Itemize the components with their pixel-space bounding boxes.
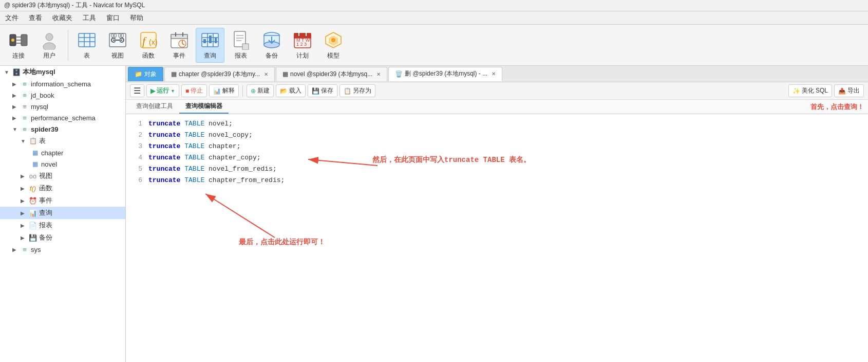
- backup-label: 备份: [266, 51, 278, 60]
- sidebar-item-mysql[interactable]: ▶ ≡ mysql: [0, 101, 125, 112]
- run-btn[interactable]: ▶ 运行 ▼: [146, 84, 179, 97]
- sub-tab-editor[interactable]: 查询模编辑器: [179, 100, 229, 114]
- menu-tools[interactable]: 工具: [78, 12, 101, 24]
- toolbar-model-btn[interactable]: 模型: [319, 28, 348, 63]
- save-as-label: 另存为: [353, 86, 371, 95]
- sidebar-item-jd_book[interactable]: ▶ ≡ jd_book: [0, 89, 125, 101]
- sidebar-item-sys[interactable]: ▶ ≡ sys: [0, 244, 125, 255]
- db-icon-spider: ≡: [21, 125, 29, 133]
- toolbar-schedule-btn[interactable]: 1 2 3 M T W 计划: [288, 28, 317, 63]
- sidebar-item-performance_schema[interactable]: ▶ ≡ performance_schema: [0, 112, 125, 123]
- toolbar-query-btn[interactable]: 查询: [196, 28, 224, 63]
- save-label: 保存: [321, 86, 333, 95]
- toolbar-report-btn[interactable]: 报表: [227, 28, 255, 63]
- tab-query-label: 删 @spider39 (本地mysql) - ...: [405, 69, 487, 78]
- toolbar-func-btn[interactable]: f (x) 函数: [134, 28, 163, 63]
- line-num-1: 1: [130, 118, 142, 130]
- sidebar-label-chapter: chapter: [41, 149, 63, 157]
- sidebar-item-chapter[interactable]: ▦ chapter: [0, 147, 125, 158]
- tab-object[interactable]: 📁 对象: [128, 67, 163, 81]
- hamburger-btn[interactable]: ☰: [130, 84, 144, 97]
- sidebar-root[interactable]: ▼ 🗄️ 本地mysql: [0, 66, 125, 78]
- sidebar-item-novel[interactable]: ▦ novel: [0, 158, 125, 170]
- connect-icon: [8, 30, 29, 50]
- backup-icon: [261, 30, 282, 50]
- toolbar-view-btn[interactable]: 00 00 视图: [103, 28, 132, 63]
- code-line-1: 1 truncate TABLE novel;: [130, 118, 864, 130]
- svg-rect-36: [209, 35, 212, 43]
- view-folder-icon: oo: [29, 172, 37, 180]
- line-num-2: 2: [130, 130, 142, 141]
- explain-btn[interactable]: 📊 解释: [209, 84, 239, 97]
- view-icon: 00 00: [107, 30, 128, 50]
- table-icon-novel: ▦: [31, 160, 39, 168]
- sidebar-label-novel: novel: [41, 160, 57, 168]
- tab-novel-close[interactable]: ✕: [376, 71, 381, 77]
- tab-chapter-label: chapter @spider39 (本地my...: [179, 70, 260, 79]
- sidebar-label-tables: 表: [39, 136, 46, 146]
- func-folder-icon: f(): [29, 184, 37, 192]
- sidebar-item-information_schema[interactable]: ▶ ≡ information_schema: [0, 78, 125, 89]
- svg-text:M T W: M T W: [296, 38, 310, 43]
- tab-query[interactable]: 🗑️ 删 @spider39 (本地mysql) - ... ✕: [388, 67, 502, 81]
- code-line-6: 6 truncate TABLE chapter_from_redis;: [130, 175, 864, 186]
- toolbar-backup-btn[interactable]: 备份: [257, 28, 286, 63]
- beautify-icon: ✨: [792, 87, 800, 95]
- sidebar-item-tables-folder[interactable]: ▼ 📋 表: [0, 135, 125, 147]
- connect-label: 连接: [12, 51, 25, 60]
- sidebar-item-views[interactable]: ▶ oo 视图: [0, 170, 125, 182]
- sidebar-item-spider39[interactable]: ▼ ≡ spider39: [0, 123, 125, 135]
- sidebar-label-functions: 函数: [39, 184, 52, 193]
- svg-point-6: [46, 33, 53, 41]
- toolbar-user-btn[interactable]: 用户: [35, 28, 64, 63]
- db-icon-info: ≡: [21, 80, 29, 88]
- save-as-btn[interactable]: 📋 另存为: [339, 84, 375, 97]
- db-icon-jd: ≡: [21, 91, 29, 99]
- sidebar-label-reports: 报表: [39, 221, 52, 230]
- menu-bar: 文件 查看 收藏夹 工具 窗口 帮助: [0, 11, 868, 25]
- new-icon: ⊕: [251, 87, 256, 95]
- run-dropdown-icon: ▼: [171, 88, 175, 94]
- sidebar-item-queries[interactable]: ▶ 📊 查询: [0, 207, 125, 219]
- chevron-right-sys: ▶: [12, 247, 18, 252]
- code-line-5: 5 truncate TABLE novel_from_redis;: [130, 164, 864, 175]
- line-num-3: 3: [130, 141, 142, 152]
- menu-file[interactable]: 文件: [0, 12, 24, 24]
- sidebar-item-events[interactable]: ▶ ⏰ 事件: [0, 194, 125, 207]
- tab-chapter[interactable]: ▦ chapter @spider39 (本地my... ✕: [164, 67, 275, 81]
- user-label: 用户: [43, 51, 55, 60]
- sidebar-item-reports[interactable]: ▶ 📄 报表: [0, 219, 125, 231]
- db-icon-perf: ≡: [21, 114, 29, 122]
- sidebar-item-functions[interactable]: ▶ f() 函数: [0, 182, 125, 194]
- export-btn[interactable]: 📤 导出: [834, 84, 864, 97]
- export-label: 导出: [847, 86, 860, 95]
- menu-view[interactable]: 查看: [24, 12, 47, 24]
- tab-novel[interactable]: ▦ novel @spider39 (本地mysq... ✕: [276, 67, 387, 81]
- sub-tab-builder-label: 查询创建工具: [136, 102, 173, 110]
- sidebar-label-information_schema: information_schema: [31, 80, 91, 88]
- new-btn[interactable]: ⊕ 新建: [247, 84, 274, 97]
- menu-favorites[interactable]: 收藏夹: [47, 12, 78, 24]
- save-btn[interactable]: 💾 保存: [308, 84, 337, 97]
- tab-query-close[interactable]: ✕: [492, 71, 496, 77]
- sub-tab-builder[interactable]: 查询创建工具: [130, 100, 179, 114]
- schedule-label: 计划: [296, 51, 309, 60]
- code-editor[interactable]: 1 truncate TABLE novel; 2 truncate TABLE…: [126, 114, 868, 362]
- sidebar-label-sys: sys: [31, 246, 41, 254]
- tab-chapter-close[interactable]: ✕: [264, 71, 268, 77]
- svg-point-55: [331, 38, 335, 42]
- toolbar-event-btn[interactable]: 事件: [165, 28, 194, 63]
- db-icon-sys: ≡: [21, 245, 29, 254]
- beautify-area: ✨ 美化 SQL 📤 导出: [788, 84, 864, 97]
- menu-window[interactable]: 窗口: [101, 12, 125, 24]
- menu-help[interactable]: 帮助: [125, 12, 148, 24]
- svg-text:(x): (x): [149, 38, 157, 46]
- svg-rect-35: [203, 39, 206, 43]
- toolbar-table-btn[interactable]: 表: [72, 28, 101, 63]
- line-num-5: 5: [130, 164, 142, 175]
- beautify-btn[interactable]: ✨ 美化 SQL: [788, 84, 832, 97]
- load-btn[interactable]: 📂 载入: [276, 84, 306, 97]
- toolbar-connect-btn[interactable]: 连接: [4, 28, 33, 63]
- sidebar-item-backups[interactable]: ▶ 💾 备份: [0, 231, 125, 244]
- stop-btn[interactable]: ■ 停止: [181, 84, 207, 97]
